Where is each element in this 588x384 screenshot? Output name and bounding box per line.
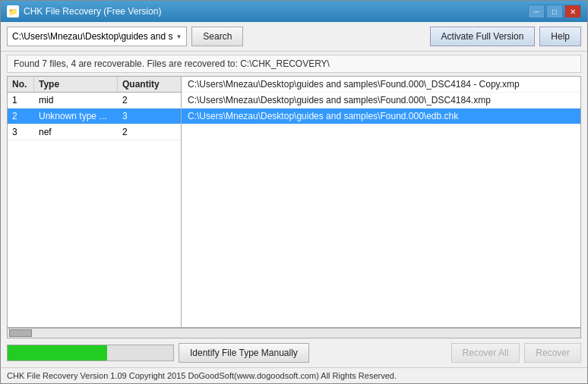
list-item[interactable]: C:\Users\Mnezau\Desktop\guides and sampl… xyxy=(182,109,580,124)
toolbar: C:\Users\Mnezau\Desktop\guides and s ▼ S… xyxy=(1,22,587,52)
cell-type: nef xyxy=(34,124,118,140)
cell-type: Unknown type ... xyxy=(34,109,118,124)
file-type-table: No. Type Quantity 1 mid 2 2 Unknown type… xyxy=(7,76,182,328)
file-list-panel: C:\Users\Mnezau\Desktop\guides and sampl… xyxy=(182,76,581,328)
chevron-down-icon: ▼ xyxy=(175,33,182,40)
cell-quantity: 2 xyxy=(118,93,171,108)
restore-button[interactable]: □ xyxy=(546,5,563,18)
title-bar-controls: ─ □ ✕ xyxy=(528,5,581,18)
table-header: No. Type Quantity xyxy=(8,77,181,93)
bottom-toolbar: Identify File Type Manually Recover All … xyxy=(1,338,587,367)
table-row[interactable]: 1 mid 2 xyxy=(8,93,181,109)
horizontal-scrollbar[interactable] xyxy=(7,328,581,338)
minimize-button[interactable]: ─ xyxy=(528,5,545,18)
scrollbar-thumb[interactable] xyxy=(9,329,32,337)
footer: CHK File Recovery Version 1.09 Copyright… xyxy=(1,367,587,383)
title-bar-left: 📁 CHK File Recovery (Free Version) xyxy=(7,5,161,17)
cell-no: 3 xyxy=(8,124,34,140)
list-item[interactable]: C:\Users\Mnezau\Desktop\guides and sampl… xyxy=(182,93,580,109)
close-button[interactable]: ✕ xyxy=(564,5,581,18)
title-bar: 📁 CHK File Recovery (Free Version) ─ □ ✕ xyxy=(1,1,587,22)
cell-quantity: 2 xyxy=(118,124,171,140)
cell-quantity: 3 xyxy=(118,109,171,124)
cell-no: 1 xyxy=(8,93,34,108)
col-header-type: Type xyxy=(34,77,118,92)
help-button[interactable]: Help xyxy=(539,27,581,46)
table-body: 1 mid 2 2 Unknown type ... 3 3 nef 2 xyxy=(8,93,181,327)
status-message: Found 7 files, 4 are recoverable. Files … xyxy=(14,58,330,69)
status-bar: Found 7 files, 4 are recoverable. Files … xyxy=(7,55,581,73)
search-button[interactable]: Search xyxy=(191,27,243,46)
identify-button[interactable]: Identify File Type Manually xyxy=(179,343,309,363)
main-content: No. Type Quantity 1 mid 2 2 Unknown type… xyxy=(7,76,581,328)
progress-bar xyxy=(7,345,174,361)
table-row[interactable]: 2 Unknown type ... 3 xyxy=(8,109,181,124)
app-icon: 📁 xyxy=(7,5,19,17)
path-text: C:\Users\Mnezau\Desktop\guides and s xyxy=(12,31,172,42)
list-item[interactable]: C:\Users\Mnezau\Desktop\guides and sampl… xyxy=(182,77,580,93)
progress-fill xyxy=(8,345,107,360)
cell-type: mid xyxy=(34,93,118,108)
recover-all-button: Recover All xyxy=(451,343,520,363)
recover-button: Recover xyxy=(524,343,581,363)
col-header-no: No. xyxy=(8,77,34,92)
activate-button[interactable]: Activate Full Version xyxy=(430,27,536,46)
path-combo[interactable]: C:\Users\Mnezau\Desktop\guides and s ▼ xyxy=(7,27,187,46)
col-header-quantity: Quantity xyxy=(118,77,171,92)
table-row[interactable]: 3 nef 2 xyxy=(8,124,181,140)
main-window: 📁 CHK File Recovery (Free Version) ─ □ ✕… xyxy=(0,0,588,384)
window-title: CHK File Recovery (Free Version) xyxy=(24,6,161,17)
footer-text: CHK File Recovery Version 1.09 Copyright… xyxy=(7,371,397,380)
cell-no: 2 xyxy=(8,109,34,124)
